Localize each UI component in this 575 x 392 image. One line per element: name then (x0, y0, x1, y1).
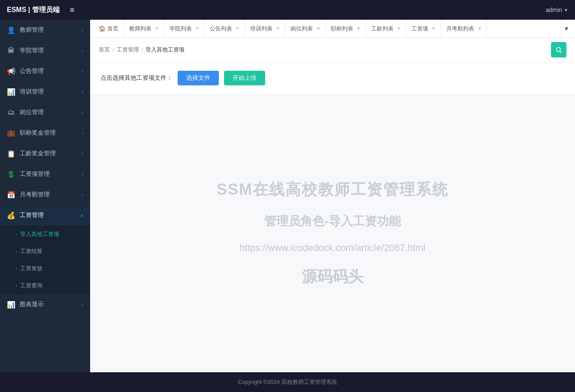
tab-bar: 🏠 首页 教师列表 ✕ 学院列表 ✕ 公告列表 ✕ 培训列表 ✕ 岗位列表 ✕ (90, 20, 575, 38)
admin-menu[interactable]: admin ▼ (546, 6, 568, 13)
tab-position-list-label: 岗位列表 (291, 25, 313, 33)
tab-salary-item[interactable]: 工资项 ✕ (406, 20, 441, 37)
sidebar-label-salary-item: 工资项管理 (20, 170, 50, 178)
sidebar-subitem-settlement-label: 工资结算 (20, 247, 42, 255)
search-button[interactable] (551, 42, 566, 57)
tab-attendance-list-label: 月考勤列表 (446, 25, 474, 33)
menu-toggle-button[interactable]: ≡ (67, 4, 78, 16)
settlement-sub-arrow: › (15, 249, 17, 254)
sidebar-subitem-query-label: 工资查询 (20, 282, 42, 289)
sidebar-item-title-award[interactable]: 💼 职称奖金管理 ‹ (0, 123, 90, 143)
svg-line-1 (560, 51, 562, 53)
sidebar-subitem-pay-label: 工资发放 (20, 265, 42, 272)
tab-training-list-label: 培训列表 (250, 25, 272, 33)
sidebar-item-teacher[interactable]: 👤 教师管理 ‹ (0, 20, 90, 40)
tab-notice-list-close[interactable]: ✕ (236, 26, 239, 31)
title-award-arrow: ‹ (82, 131, 83, 136)
tab-teacher-list-close[interactable]: ✕ (155, 26, 159, 31)
breadcrumb-sep2: / (142, 47, 143, 53)
sidebar: 👤 教师管理 ‹ 🏛 学院管理 ‹ 📢 公告管理 ‹ 📊 培训管理 ‹ (0, 20, 90, 372)
header-left: ESMS | 管理员端 ≡ (7, 4, 78, 16)
tab-notice-list-label: 公告列表 (210, 25, 232, 33)
select-file-button[interactable]: 选择文件 (178, 71, 219, 85)
tab-more-button[interactable]: ▾ (561, 20, 572, 37)
salary-item-icon: 💲 (7, 170, 15, 178)
tab-title-list-label: 职称列表 (331, 25, 353, 33)
tab-title-list[interactable]: 职称列表 ✕ (326, 20, 366, 37)
sidebar-item-chart[interactable]: 📊 图表显示 ‹ (0, 294, 90, 315)
tab-salary-item-label: 工资项 (412, 25, 428, 33)
tab-home[interactable]: 🏠 首页 (94, 20, 124, 37)
tab-seniority-list[interactable]: 工龄列表 ✕ (366, 20, 406, 37)
tab-attendance-list[interactable]: 月考勤列表 ✕ (441, 20, 487, 37)
tab-seniority-list-label: 工龄列表 (371, 25, 393, 33)
tab-college-list-close[interactable]: ✕ (195, 26, 199, 31)
tab-attendance-list-close[interactable]: ✕ (478, 26, 481, 31)
seniority-award-arrow: ‹ (82, 151, 83, 156)
breadcrumb-middle: 工资管理 (117, 46, 139, 54)
sidebar-item-notice[interactable]: 📢 公告管理 ‹ (0, 61, 90, 81)
svg-point-0 (557, 48, 560, 51)
home-icon: 🏠 (99, 25, 106, 32)
teacher-arrow: ‹ (82, 28, 83, 33)
layout: 👤 教师管理 ‹ 🏛 学院管理 ‹ 📢 公告管理 ‹ 📊 培训管理 ‹ (0, 20, 575, 372)
tab-position-list[interactable]: 岗位列表 ✕ (285, 20, 326, 37)
sidebar-label-title-award: 职称奖金管理 (20, 129, 56, 137)
training-arrow: ‹ (82, 90, 83, 94)
sidebar-label-notice: 公告管理 (20, 67, 44, 75)
sidebar-subitem-import-label: 导入其他工资项 (20, 230, 59, 238)
title-award-icon: 💼 (7, 129, 15, 137)
footer: Copyright ©2024 高校教师工资管理系统 (0, 372, 575, 392)
position-icon: 🗂 (7, 108, 15, 117)
watermark-area: SSM在线高校教师工资管理系统 管理员角色-导入工资功能 https://www… (90, 94, 575, 372)
tab-salary-item-close[interactable]: ✕ (432, 26, 436, 31)
sidebar-subitem-query[interactable]: › 工资查询 (0, 277, 90, 294)
sidebar-item-attendance[interactable]: 📅 月考勤管理 ‹ (0, 184, 90, 205)
attendance-icon: 📅 (7, 190, 15, 199)
sidebar-label-position: 岗位管理 (20, 109, 44, 116)
search-icon (555, 46, 562, 53)
watermark-line2: 管理员角色-导入工资功能 (264, 213, 400, 229)
admin-dropdown-arrow: ▼ (564, 8, 568, 12)
watermark-brand: 源码码头 (302, 266, 363, 287)
sidebar-label-salary: 工资管理 (20, 211, 44, 219)
app-title: ESMS | 管理员端 (7, 6, 60, 15)
sidebar-item-training[interactable]: 📊 培训管理 ‹ (0, 81, 90, 102)
tab-training-list-close[interactable]: ✕ (276, 26, 280, 31)
tab-position-list-close[interactable]: ✕ (316, 26, 320, 31)
tab-notice-list[interactable]: 公告列表 ✕ (205, 20, 245, 37)
tab-seniority-list-close[interactable]: ✕ (397, 26, 401, 31)
tab-teacher-list-label: 教师列表 (129, 25, 151, 33)
sidebar-item-position[interactable]: 🗂 岗位管理 ‹ (0, 102, 90, 123)
sidebar-item-salary-item[interactable]: 💲 工资项管理 ‹ (0, 164, 90, 184)
sidebar-label-chart: 图表显示 (20, 301, 44, 308)
start-upload-button[interactable]: 开始上传 (224, 71, 265, 85)
query-sub-arrow: › (15, 283, 17, 288)
salary-submenu: › 导入其他工资项 › 工资结算 › 工资发放 › 工资查询 (0, 226, 90, 294)
sidebar-subitem-import[interactable]: › 导入其他工资项 (0, 226, 90, 243)
breadcrumb-home[interactable]: 首页 (99, 46, 110, 54)
sidebar-item-seniority-award[interactable]: 📋 工龄奖金管理 ‹ (0, 143, 90, 164)
tab-teacher-list[interactable]: 教师列表 ✕ (124, 20, 164, 37)
salary-arrow: ∨ (80, 213, 83, 218)
tab-training-list[interactable]: 培训列表 ✕ (245, 20, 285, 37)
notice-arrow: ‹ (82, 69, 83, 74)
sidebar-label-training: 培训管理 (20, 88, 44, 96)
sidebar-label-seniority-award: 工龄奖金管理 (20, 150, 56, 157)
position-arrow: ‹ (82, 110, 83, 115)
college-icon: 🏛 (7, 46, 15, 55)
breadcrumb: 首页 / 工资管理 / 导入其他工资项 (99, 46, 185, 54)
footer-text: Copyright ©2024 高校教师工资管理系统 (238, 379, 337, 385)
sidebar-item-salary[interactable]: 💰 工资管理 ∨ (0, 205, 90, 226)
training-icon: 📊 (7, 87, 15, 96)
breadcrumb-sep1: / (112, 47, 114, 53)
watermark-line1: SSM在线高校教师工资管理系统 (217, 179, 448, 200)
chart-icon: 📊 (7, 300, 15, 309)
sidebar-subitem-settlement[interactable]: › 工资结算 (0, 243, 90, 260)
import-sub-arrow: › (15, 232, 17, 237)
sidebar-label-teacher: 教师管理 (20, 26, 44, 34)
tab-title-list-close[interactable]: ✕ (357, 26, 360, 31)
sidebar-subitem-pay[interactable]: › 工资发放 (0, 260, 90, 277)
sidebar-item-college[interactable]: 🏛 学院管理 ‹ (0, 40, 90, 61)
tab-college-list[interactable]: 学院列表 ✕ (164, 20, 205, 37)
